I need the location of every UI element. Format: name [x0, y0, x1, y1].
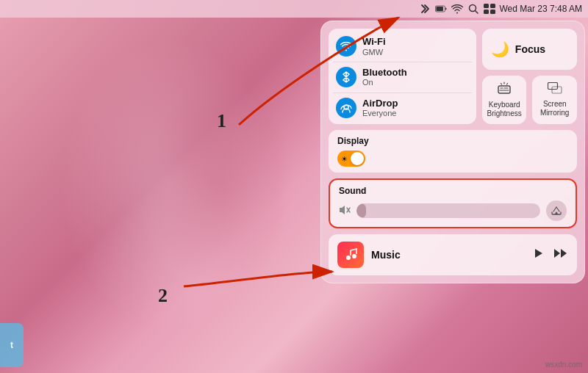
sound-slider-row [339, 200, 567, 221]
bluetooth-text: Bluetooth On [362, 67, 407, 88]
fast-forward-button[interactable] [553, 247, 568, 262]
network-block: Wi-Fi GMW Bluetooth On [329, 29, 476, 124]
annotation-1: 1 [217, 110, 226, 132]
svg-rect-6 [484, 10, 489, 14]
svg-marker-23 [554, 249, 560, 258]
keyboard-brightness-tile[interactable]: Keyboard Brightness [482, 76, 527, 124]
top-row: Wi-Fi GMW Bluetooth On [329, 29, 577, 124]
svg-marker-22 [535, 249, 542, 258]
svg-rect-16 [548, 83, 557, 90]
focus-label: Focus [515, 43, 545, 55]
svg-rect-5 [490, 4, 495, 8]
wifi-subtitle: GMW [362, 48, 386, 57]
bluetooth-subtitle: On [362, 78, 407, 87]
svg-rect-1 [436, 7, 442, 11]
screen-mirroring-icon [548, 82, 562, 97]
display-toggle-row: ☀ [337, 151, 568, 167]
airdrop-icon [336, 98, 356, 118]
search-icon[interactable] [467, 3, 479, 15]
music-block: Music [329, 234, 577, 275]
right-column: 🌙 Focus [482, 29, 577, 124]
svg-point-21 [352, 254, 356, 258]
svg-rect-4 [484, 4, 489, 8]
focus-tile[interactable]: 🌙 Focus [482, 29, 577, 70]
wifi-title: Wi-Fi [362, 36, 386, 48]
svg-line-14 [501, 84, 502, 85]
play-button[interactable] [533, 247, 545, 262]
airdrop-text: AirDrop Everyone [362, 98, 398, 119]
divider-2 [333, 93, 472, 93]
sun-icon: ☀ [341, 155, 348, 163]
toggle-thumb [351, 152, 364, 165]
airdrop-title: AirDrop [362, 98, 398, 109]
svg-rect-7 [490, 10, 495, 14]
small-tiles-row: Keyboard Brightness Screen Mirroring [482, 76, 577, 124]
svg-line-3 [475, 11, 478, 14]
svg-point-20 [346, 256, 351, 260]
music-controls [533, 247, 568, 262]
desktop: Wed Mar 23 7:48 AM [0, 0, 588, 373]
wifi-menubar-icon[interactable] [451, 3, 463, 15]
airdrop-item[interactable]: AirDrop Everyone [336, 98, 469, 119]
airplay-button[interactable] [546, 200, 567, 221]
airdrop-subtitle: Everyone [362, 109, 398, 118]
display-toggle[interactable]: ☀ [337, 151, 365, 167]
chevron-right-icon[interactable] [419, 3, 431, 15]
menubar-time: Wed Mar 23 7:48 AM [500, 4, 583, 14]
moon-icon: 🌙 [491, 40, 509, 58]
control-center-panel: Wi-Fi GMW Bluetooth On [320, 21, 585, 283]
screen-mirroring-label: Screen Mirroring [537, 100, 573, 117]
sound-block: Sound [329, 178, 577, 228]
svg-rect-9 [498, 86, 510, 93]
wifi-item-icon [336, 36, 356, 57]
divider-1 [333, 62, 472, 62]
display-block: Display ☀ [329, 130, 577, 173]
annotation-2: 2 [158, 285, 168, 307]
controlcenter-icon[interactable] [484, 3, 495, 15]
sound-title: Sound [339, 186, 567, 196]
menubar-right: Wed Mar 23 7:48 AM [419, 3, 583, 15]
keyboard-brightness-icon [497, 82, 512, 98]
sound-slider[interactable] [356, 203, 540, 218]
wifi-item-text: Wi-Fi GMW [362, 36, 386, 57]
svg-rect-17 [552, 87, 562, 93]
svg-line-15 [507, 84, 508, 85]
bluetooth-item[interactable]: Bluetooth On [336, 67, 469, 88]
keyboard-brightness-label: Keyboard Brightness [487, 101, 523, 118]
wifi-item[interactable]: Wi-Fi GMW [336, 36, 469, 57]
sound-slider-fill [356, 203, 366, 218]
music-app-icon [337, 242, 364, 268]
screen-mirroring-tile[interactable]: Screen Mirroring [532, 76, 577, 124]
watermark: wsxdn.com [545, 361, 582, 369]
svg-marker-24 [561, 249, 567, 258]
bluetooth-icon [336, 67, 356, 87]
mute-icon [339, 204, 351, 218]
menubar: Wed Mar 23 7:48 AM [0, 0, 588, 18]
battery-icon[interactable] [435, 3, 447, 15]
music-label: Music [371, 249, 526, 261]
dock-item-partial[interactable]: t [0, 323, 24, 367]
bluetooth-title: Bluetooth [362, 67, 407, 79]
display-title: Display [337, 136, 568, 146]
